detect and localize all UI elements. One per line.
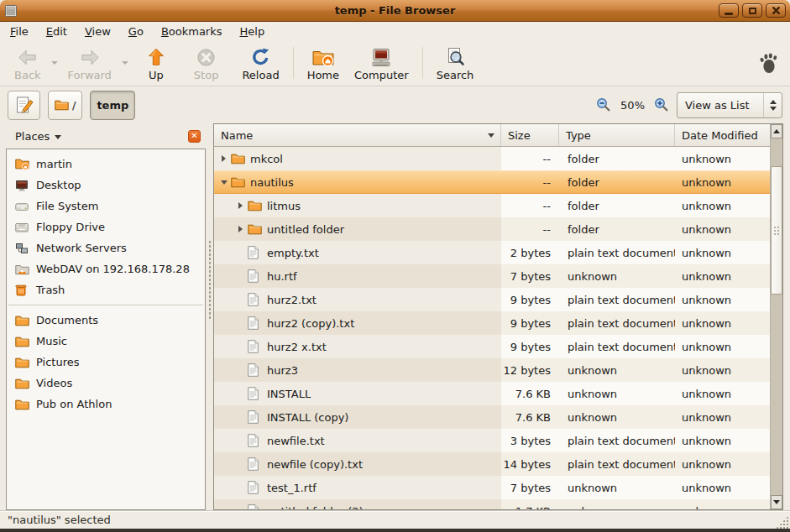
expander-icon[interactable]: [233, 429, 248, 452]
expander-icon[interactable]: [233, 217, 248, 241]
sidebar-item[interactable]: Videos: [7, 373, 205, 394]
view-mode-select[interactable]: View as List: [677, 92, 782, 118]
back-history-dropdown[interactable]: [49, 46, 60, 80]
sidebar-item[interactable]: Desktop: [7, 175, 205, 196]
expander-icon[interactable]: [233, 264, 248, 288]
expander-icon[interactable]: [233, 194, 248, 217]
sidebar-item-label: Music: [36, 335, 67, 347]
drive-icon: [15, 200, 30, 213]
places-sidebar: Places ✕ martin Desktop File System Flop…: [6, 123, 206, 510]
arrow-down-icon: [773, 500, 780, 504]
current-folder-button[interactable]: temp: [90, 91, 135, 120]
expander-icon[interactable]: [233, 311, 248, 335]
column-header-size[interactable]: Size: [501, 124, 559, 146]
file-row[interactable]: hurz2.txt 9 bytes plain text document un…: [214, 288, 770, 311]
menu-bookmarks[interactable]: Bookmarks: [161, 25, 222, 38]
expander-icon[interactable]: [217, 170, 231, 194]
file-row[interactable]: untitled folder (2) 1.7 KB unknown unkno…: [214, 499, 770, 509]
vertical-scrollbar[interactable]: [770, 124, 782, 509]
file-row[interactable]: newfile.txt 3 bytes plain text document …: [214, 429, 770, 452]
zoom-out-button[interactable]: [596, 97, 611, 112]
expander-icon[interactable]: [233, 288, 248, 311]
expander-icon[interactable]: [233, 405, 248, 429]
sidebar-item[interactable]: Network Servers: [7, 237, 205, 258]
column-header-date-modified[interactable]: Date Modified: [675, 124, 770, 146]
file-name: nautilus: [250, 176, 294, 189]
search-button[interactable]: Search: [429, 44, 482, 83]
close-button[interactable]: [766, 3, 786, 18]
forward-history-dropdown[interactable]: [119, 46, 131, 80]
root-path-button[interactable]: /: [48, 91, 82, 120]
computer-button[interactable]: Computer: [347, 44, 416, 83]
scroll-down-button[interactable]: [771, 495, 782, 509]
sidebar-item[interactable]: WebDAV on 192.168.178.28: [7, 258, 205, 279]
sidebar-item[interactable]: Trash: [7, 279, 205, 300]
sidebar-item[interactable]: File System: [7, 196, 205, 216]
expander-icon[interactable]: [233, 476, 248, 499]
column-header-name[interactable]: Name: [214, 124, 501, 146]
sidebar-item[interactable]: Floppy Drive: [7, 216, 205, 237]
file-row[interactable]: newfile (copy).txt 14 bytes plain text d…: [214, 452, 770, 476]
sidebar-item[interactable]: martin: [7, 154, 205, 175]
folder-icon: [55, 99, 69, 111]
file-row[interactable]: test_1.rtf 7 bytes unknown unknown: [214, 476, 770, 499]
reload-button[interactable]: Reload: [234, 44, 286, 83]
edit-location-button[interactable]: [8, 91, 40, 120]
file-date: unknown: [675, 147, 770, 170]
places-header[interactable]: Places ✕: [6, 123, 206, 149]
maximize-button[interactable]: [742, 3, 762, 18]
close-sidebar-button[interactable]: ✕: [188, 130, 201, 143]
scrollbar-thumb[interactable]: [771, 166, 782, 295]
expander-icon[interactable]: [233, 358, 248, 382]
file-row[interactable]: hurz2 x.txt 9 bytes plain text document …: [214, 335, 770, 358]
expander-icon[interactable]: [233, 499, 248, 509]
expander-icon[interactable]: [233, 335, 248, 358]
file-date: unknown: [675, 241, 770, 264]
menu-file[interactable]: File: [10, 25, 29, 38]
grip-dots-icon: [208, 240, 212, 320]
file-row[interactable]: hu.rtf 7 bytes unknown unknown: [214, 264, 770, 288]
pane-resize-handle[interactable]: [206, 123, 213, 510]
sidebar-item[interactable]: Documents: [7, 310, 205, 331]
resize-grip[interactable]: [776, 516, 788, 529]
up-button[interactable]: Up: [138, 44, 175, 83]
home-button[interactable]: Home: [300, 44, 347, 83]
menu-go[interactable]: Go: [128, 25, 144, 38]
scroll-up-button[interactable]: [771, 124, 782, 138]
expander-icon[interactable]: [233, 382, 248, 405]
file-row[interactable]: INSTALL (copy) 7.6 KB unknown unknown: [214, 405, 770, 429]
places-title: Places: [15, 130, 50, 143]
sidebar-item[interactable]: Pub on Athlon: [7, 394, 205, 415]
minimize-button[interactable]: [719, 3, 739, 18]
file-date: unknown: [675, 499, 770, 509]
folder-icon: [15, 335, 30, 348]
file-row[interactable]: hurz2 (copy).txt 9 bytes plain text docu…: [214, 311, 770, 335]
expander-icon[interactable]: [233, 452, 248, 476]
file-row[interactable]: untitled folder -- folder unknown: [214, 217, 770, 241]
toolbar-separator: [422, 47, 423, 79]
forward-button[interactable]: Forward: [60, 44, 119, 83]
text-file-icon: [248, 316, 264, 330]
expander-icon[interactable]: [233, 241, 248, 264]
stop-button[interactable]: Stop: [186, 44, 227, 83]
expander-icon[interactable]: [217, 147, 231, 170]
file-row[interactable]: empty.txt 2 bytes plain text document un…: [214, 241, 770, 264]
zoom-in-button[interactable]: [654, 97, 669, 112]
sidebar-item[interactable]: Music: [7, 331, 205, 352]
column-header-type[interactable]: Type: [559, 124, 675, 146]
home-folder-icon: [15, 158, 30, 171]
file-row[interactable]: mkcol -- folder unknown: [214, 147, 770, 170]
scrollbar-trough[interactable]: [771, 138, 782, 495]
file-size: --: [501, 217, 559, 241]
file-row[interactable]: INSTALL 7.6 KB unknown unknown: [214, 382, 770, 405]
desktop-icon: [15, 179, 30, 192]
file-row[interactable]: litmus -- folder unknown: [214, 194, 770, 217]
menu-view[interactable]: View: [85, 25, 111, 38]
titlebar[interactable]: temp - File Browser: [0, 0, 790, 22]
back-button[interactable]: Back: [7, 44, 49, 83]
file-row[interactable]: nautilus -- folder unknown: [214, 170, 770, 194]
menu-help[interactable]: Help: [240, 25, 265, 38]
menu-edit[interactable]: Edit: [46, 25, 67, 38]
file-row[interactable]: hurz3 12 bytes unknown unknown: [214, 358, 770, 382]
sidebar-item[interactable]: Pictures: [7, 352, 205, 373]
